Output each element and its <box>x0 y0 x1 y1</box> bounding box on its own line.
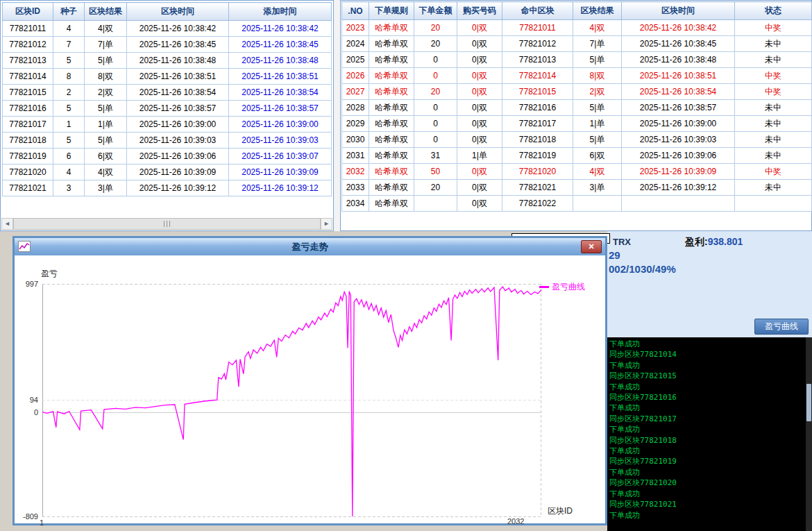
order-row[interactable]: 2026 哈希单双 0 0|双 77821014 8|双 2025-11-26 … <box>342 68 812 84</box>
status-cell: 未中 <box>735 52 812 68</box>
horizontal-scrollbar[interactable]: ◄ ► <box>1 218 332 230</box>
profit-value: 938.801 <box>708 236 743 247</box>
block-row[interactable]: 77821016 5 5|单 2025-11-26 10:38:57 2025-… <box>3 101 332 117</box>
rule-cell: 哈希单双 <box>369 36 414 52</box>
column-header[interactable]: 区块时间 <box>622 2 735 20</box>
log-line: 同步区块77821021 <box>609 499 812 509</box>
column-header[interactable]: 添加时间 <box>229 3 332 21</box>
time-cell: 2025-11-26 10:38:54 <box>622 84 735 100</box>
block-row[interactable]: 77821011 4 4|双 2025-11-26 10:38:42 2025-… <box>3 21 332 37</box>
block-id-cell: 77821014 <box>3 69 53 85</box>
number-cell: 1|单 <box>457 148 502 164</box>
added-time-cell: 2025-11-26 10:39:03 <box>229 133 332 149</box>
column-header[interactable]: 种子 <box>53 3 85 21</box>
order-no-cell: 2024 <box>342 36 369 52</box>
scrollbar-thumb[interactable] <box>13 218 321 230</box>
profit-summary: 盈利:938.801 <box>685 236 743 248</box>
column-header[interactable]: 下单金额 <box>414 2 457 20</box>
column-header[interactable]: 区块结果 <box>573 2 622 20</box>
scroll-left-icon[interactable]: ◄ <box>1 218 13 230</box>
block-row[interactable]: 77821021 3 3|单 2025-11-26 10:39:12 2025-… <box>3 180 332 196</box>
block-result-cell: 3|单 <box>85 180 127 196</box>
column-header[interactable]: 购买号码 <box>457 2 502 20</box>
column-header[interactable]: 下单规则 <box>369 2 414 20</box>
profit-curve-button[interactable]: 盈亏曲线 <box>754 319 809 335</box>
block-row[interactable]: 77821020 4 4|双 2025-11-26 10:39:09 2025-… <box>3 165 332 180</box>
order-no-cell: 2026 <box>342 68 369 84</box>
column-header[interactable]: 区块时间 <box>127 3 229 21</box>
blocks-table: 区块ID种子区块结果区块时间添加时间 77821011 4 4|双 2025-1… <box>2 2 332 196</box>
block-id-cell: 77821015 <box>3 85 53 101</box>
block-id-cell: 77821012 <box>3 37 53 53</box>
log-line: 下单成功 <box>609 467 812 478</box>
added-time-cell: 2025-11-26 10:38:45 <box>229 37 332 53</box>
order-row[interactable]: 2029 哈希单双 0 0|双 77821017 1|单 2025-11-26 … <box>342 116 812 132</box>
order-row[interactable]: 2023 哈希单双 20 0|双 77821011 4|双 2025-11-26… <box>342 20 812 36</box>
column-header[interactable]: .NO <box>342 2 369 20</box>
order-row[interactable]: 2027 哈希单双 20 0|双 77821015 2|双 2025-11-26… <box>342 84 812 100</box>
block-row[interactable]: 77821017 1 1|单 2025-11-26 10:39:00 2025-… <box>3 117 332 133</box>
result-cell: 4|双 <box>573 164 622 180</box>
block-id-cell: 77821021 <box>3 180 53 196</box>
block-result-cell: 4|双 <box>85 165 127 180</box>
blocks-table-header-row: 区块ID种子区块结果区块时间添加时间 <box>3 3 332 21</box>
number-cell: 0|双 <box>457 20 502 36</box>
time-cell: 2025-11-26 10:39:09 <box>622 164 735 180</box>
seed-cell: 5 <box>53 133 85 149</box>
column-header[interactable]: 命中区块 <box>502 2 573 20</box>
log-console[interactable]: 下单成功同步区块77821014下单成功同步区块77821015下单成功同步区块… <box>607 337 812 531</box>
result-cell: 2|双 <box>573 84 622 100</box>
added-time-cell: 2025-11-26 10:38:48 <box>229 53 332 69</box>
amount-cell: 0 <box>414 100 457 116</box>
block-row[interactable]: 77821012 7 7|单 2025-11-26 10:38:45 2025-… <box>3 37 332 53</box>
seed-cell: 5 <box>53 53 85 69</box>
log-line: 下单成功 <box>609 446 812 456</box>
log-line: 下单成功 <box>609 424 812 435</box>
log-line: 同步区块77821015 <box>609 371 812 381</box>
order-row[interactable]: 2024 哈希单双 20 0|双 77821012 7|单 2025-11-26… <box>342 36 812 52</box>
block-time-cell: 2025-11-26 10:38:48 <box>127 53 229 69</box>
console-scrollbar-thumb[interactable] <box>806 384 811 421</box>
hit-block-cell: 77821022 <box>502 196 573 212</box>
order-no-cell: 2029 <box>342 116 369 132</box>
block-row[interactable]: 77821018 5 5|单 2025-11-26 10:39:03 2025-… <box>3 133 332 149</box>
amount-cell: 0 <box>414 116 457 132</box>
block-result-cell: 5|单 <box>85 101 127 117</box>
order-row[interactable]: 2028 哈希单双 0 0|双 77821016 5|单 2025-11-26 … <box>342 100 812 116</box>
block-row[interactable]: 77821013 5 5|单 2025-11-26 10:38:48 2025-… <box>3 53 332 69</box>
rule-cell: 哈希单双 <box>369 20 414 36</box>
log-line: 同步区块77821018 <box>609 435 812 446</box>
status-cell: 未中 <box>735 132 812 148</box>
column-header[interactable]: 状态 <box>735 2 812 20</box>
hit-block-cell: 77821013 <box>502 52 573 68</box>
result-cell: 6|双 <box>573 148 622 164</box>
block-row[interactable]: 77821019 6 6|双 2025-11-26 10:39:06 2025-… <box>3 149 332 165</box>
scrollbar-track[interactable] <box>13 218 321 230</box>
block-time-cell: 2025-11-26 10:39:03 <box>127 133 229 149</box>
column-header[interactable]: 区块ID <box>3 3 53 21</box>
order-row[interactable]: 2025 哈希单双 0 0|双 77821013 5|单 2025-11-26 … <box>342 52 812 68</box>
status-cell: 未中 <box>735 116 812 132</box>
order-row[interactable]: 2031 哈希单双 31 1|单 77821019 6|双 2025-11-26… <box>342 148 812 164</box>
number-cell: 0|双 <box>457 164 502 180</box>
block-row[interactable]: 77821014 8 8|双 2025-11-26 10:38:51 2025-… <box>3 69 332 85</box>
block-row[interactable]: 77821015 2 2|双 2025-11-26 10:38:54 2025-… <box>3 85 332 101</box>
rule-cell: 哈希单双 <box>369 132 414 148</box>
console-scrollbar[interactable] <box>806 337 812 531</box>
seed-cell: 8 <box>53 69 85 85</box>
order-row[interactable]: 2033 哈希单双 20 0|双 77821021 3|单 2025-11-26… <box>342 180 812 196</box>
column-header[interactable]: 区块结果 <box>85 3 127 21</box>
scroll-right-icon[interactable]: ► <box>321 218 332 230</box>
order-row[interactable]: 2030 哈希单双 0 0|双 77821018 5|单 2025-11-26 … <box>342 132 812 148</box>
close-button[interactable]: ✕ <box>581 240 602 253</box>
profit-label: 盈利: <box>685 236 708 247</box>
order-row[interactable]: 2032 哈希单双 50 0|双 77821020 4|双 2025-11-26… <box>342 164 812 180</box>
log-line: 同步区块77821020 <box>609 478 812 488</box>
dialog-titlebar[interactable]: 盈亏走势 ✕ <box>15 238 605 255</box>
block-id-cell: 77821016 <box>3 101 53 117</box>
block-result-cell: 1|单 <box>85 117 127 133</box>
seed-cell: 3 <box>53 180 85 196</box>
order-no-cell: 2034 <box>342 196 369 212</box>
added-time-cell: 2025-11-26 10:38:42 <box>229 21 332 37</box>
order-row[interactable]: 2034 哈希单双 0|双 77821022 <box>342 196 812 212</box>
